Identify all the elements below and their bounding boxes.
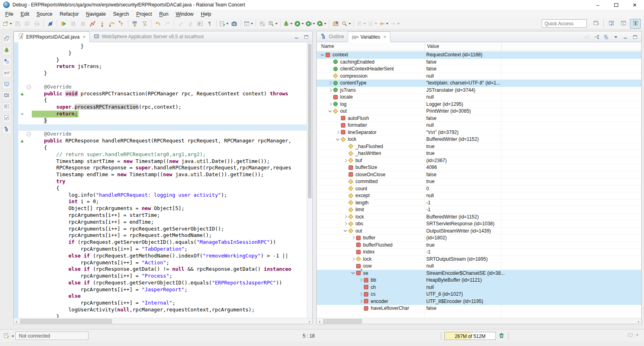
maximize-editor-button[interactable] <box>303 34 310 40</box>
drag-handle[interactable] <box>441 332 442 340</box>
expander[interactable] <box>342 230 349 231</box>
tasks-view-button[interactable] <box>2 114 11 123</box>
expander[interactable] <box>350 272 356 274</box>
variable-row[interactable]: oswnull <box>317 263 641 270</box>
new-form-button[interactable] <box>218 19 229 29</box>
step-return-button[interactable] <box>117 19 126 29</box>
minimize-editor-button[interactable] <box>293 34 300 40</box>
coverage-button[interactable] <box>305 19 316 29</box>
variable-row[interactable]: contentType"text/plain; charset=UTF-8" (… <box>317 80 641 87</box>
editor-tab-server[interactable]: WebSphere Application Server v8.5 at loc… <box>90 31 207 42</box>
open-window-button[interactable] <box>243 19 254 29</box>
outline-view-button[interactable] <box>2 125 11 134</box>
expander[interactable] <box>327 111 333 112</box>
back-button[interactable] <box>378 19 389 29</box>
dropdown-caret[interactable] <box>10 23 12 25</box>
resume-button[interactable] <box>59 19 68 29</box>
variable-row[interactable]: formatternull <box>317 122 641 129</box>
console-view-button[interactable] <box>2 103 11 111</box>
variable-row[interactable]: buf(id=2367) <box>317 157 641 165</box>
variables-tree[interactable]: contextRequestContext (id=1168)cachingEn… <box>317 51 641 318</box>
view-tab-outline[interactable]: Outline <box>317 31 348 42</box>
variable-row[interactable]: bufferFlushedtrue <box>317 242 641 249</box>
variable-row[interactable]: contextRequestContext (id=1168) <box>317 51 641 59</box>
menu-edit[interactable]: Edit <box>17 10 33 18</box>
open-artifact-button[interactable] <box>331 19 341 29</box>
variable-row[interactable]: lockSRTOutputStream (id=1895) <box>317 256 641 263</box>
debug-button[interactable] <box>282 19 293 29</box>
team-perspective-button[interactable] <box>618 19 629 29</box>
new-wizard-button[interactable] <box>2 19 13 29</box>
variable-row[interactable]: closeOnClosefalse <box>317 171 641 179</box>
expander[interactable] <box>334 139 341 140</box>
collapse-fold-icon[interactable]: - <box>27 85 31 89</box>
variable-row[interactable]: logLogger (id=1295) <box>317 101 641 108</box>
view-tab-variables[interactable]: (x)=Variables× <box>348 31 390 42</box>
dropdown-caret[interactable] <box>301 23 304 25</box>
dropdown-caret[interactable] <box>275 23 278 25</box>
team-connection-status[interactable]: Not connected <box>15 332 89 340</box>
snapshot-button[interactable] <box>229 19 239 29</box>
menu-help[interactable]: Help <box>197 10 215 18</box>
editor-horizontal-scrollbar[interactable]: ‹ › <box>14 318 312 324</box>
java-perspective-button[interactable]: J <box>606 19 617 29</box>
variable-row[interactable]: cachingEnabledfalse <box>317 59 641 66</box>
collapse-all-button[interactable] <box>603 34 610 40</box>
expander[interactable] <box>334 131 341 134</box>
collapse-fold-icon[interactable]: - <box>27 132 31 136</box>
undo-button[interactable] <box>153 19 163 29</box>
expressions-view-button[interactable]: x=? <box>2 69 11 78</box>
dropdown-caret[interactable] <box>313 23 315 25</box>
expander[interactable] <box>327 89 333 91</box>
expander[interactable] <box>357 300 364 303</box>
expander[interactable] <box>357 279 364 281</box>
editor-vertical-scrollbar[interactable] <box>307 42 312 318</box>
dropdown-caret[interactable] <box>386 23 388 25</box>
variable-row[interactable]: clientContextHeaderSentfalse <box>317 66 641 73</box>
menu-refactor[interactable]: Refactor <box>56 10 82 18</box>
restore-views-button[interactable] <box>2 35 11 44</box>
menu-source[interactable]: Source <box>33 10 56 18</box>
open-perspective-button[interactable] <box>590 19 601 29</box>
work-item-button[interactable] <box>3 332 14 340</box>
variable-row[interactable]: _hasFlushedtrue <box>317 143 641 150</box>
value-column-header[interactable]: Value <box>427 43 439 49</box>
variable-row[interactable]: jsTransJSTranslater (id=3744) <box>317 87 641 94</box>
quick-access-input[interactable] <box>542 19 587 28</box>
variable-row[interactable]: lineSeparator"\r\n" (id=3792) <box>317 129 641 136</box>
column-divider[interactable] <box>501 42 502 51</box>
close-tab-icon[interactable]: × <box>83 34 86 40</box>
expander[interactable] <box>357 293 364 295</box>
profile-button[interactable] <box>316 19 327 29</box>
column-divider[interactable] <box>425 42 425 51</box>
variable-row[interactable]: index-1 <box>317 249 641 256</box>
drop-to-frame-button[interactable] <box>130 19 140 29</box>
dropdown-caret[interactable] <box>12 336 14 337</box>
expander[interactable] <box>350 258 356 260</box>
servers-view-button[interactable] <box>2 91 11 100</box>
menu-project[interactable]: Project <box>133 10 156 18</box>
dropdown-caret[interactable] <box>324 23 326 25</box>
scroll-right-arrow[interactable]: › <box>636 318 641 324</box>
disconnect-button[interactable] <box>88 19 97 29</box>
variable-row[interactable]: obsSRTServletResponse (id=1038) <box>317 220 641 228</box>
restore-window-button[interactable] <box>607 0 625 10</box>
editor-tab-java-file[interactable]: JERPReportsIDACall.java× <box>14 31 90 42</box>
dropdown-caret[interactable] <box>251 23 253 25</box>
scrollbar-thumb[interactable] <box>323 319 362 323</box>
variable-row[interactable]: length-1 <box>317 200 641 207</box>
menu-navigate[interactable]: Navigate <box>83 10 109 18</box>
close-window-button[interactable]: ✕ <box>625 0 644 10</box>
show-logical-structures-button[interactable] <box>593 34 600 40</box>
variable-row[interactable]: bbHeapByteBuffer (id=1121) <box>317 277 641 284</box>
expander[interactable] <box>350 237 356 239</box>
variable-row[interactable]: buffer(id=1802) <box>317 235 641 242</box>
skip-breakpoints-button[interactable] <box>45 19 55 29</box>
dropdown-caret[interactable] <box>636 334 638 336</box>
menu-file[interactable]: File <box>2 10 17 18</box>
expander[interactable] <box>327 82 333 84</box>
quick-diff-ruler[interactable] <box>14 42 19 318</box>
variable-row[interactable]: seStreamEncoder$CharsetSE (id=38... <box>317 270 641 277</box>
expander[interactable] <box>342 222 349 225</box>
variable-row[interactable]: csUTF_8 (id=1027) <box>317 291 641 298</box>
